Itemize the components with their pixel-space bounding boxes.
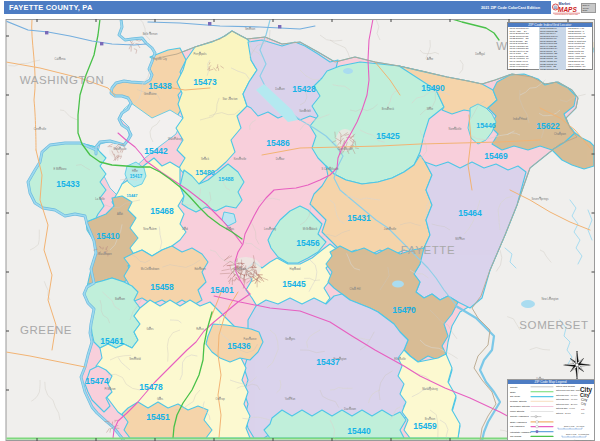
svg-text:15401: 15401 [210,285,234,295]
svg-text:15458: 15458 [150,282,174,292]
svg-text:State: State [510,391,516,394]
svg-text:15469: 15469 [484,151,508,161]
svg-text:City: City [581,408,586,410]
svg-text:Cities 2,500 - 9,999: Cities 2,500 - 9,999 [556,407,576,410]
svg-text:15425: 15425 [376,131,400,141]
svg-text:15440: 15440 [347,426,371,436]
svg-text:WASHINGTON: WASHINGTON [20,74,105,86]
svg-text:15456: 15456 [296,238,320,248]
svg-text:15486: 15486 [266,138,290,148]
svg-text:15446: 15446 [476,122,496,129]
svg-text:Scale 1 Inch = 3.1 Miles: Scale 1 Inch = 3.1 Miles [564,425,584,427]
svg-text:15480: 15480 [195,169,215,176]
svg-text:County Highways: County Highways [510,415,529,418]
svg-text:City: City [581,402,586,406]
svg-text:15451: 15451 [146,412,170,422]
svg-text:15410: 15410 [96,231,120,241]
svg-text:Cities 10,000 - 24,999: Cities 10,000 - 24,999 [556,403,578,406]
svg-text:Secondary Streets: Secondary Streets [510,405,530,408]
svg-text:15436: 15436 [227,341,251,351]
svg-text:County: County [510,386,518,389]
svg-text:Primary Streets: Primary Streets [510,400,527,403]
svg-text:15459: 15459 [413,421,437,431]
svg-text:15447: 15447 [126,193,138,198]
svg-text:Cities and Towns: Cities and Towns [556,385,576,388]
svg-text:Scale 1 Inch = 5 Kilometers: Scale 1 Inch = 5 Kilometers [566,433,589,435]
svg-text:15438: 15438 [148,81,172,91]
svg-text:15622: 15622 [536,121,560,131]
svg-text:City: City [581,412,584,414]
svg-text:ZIP Code: ZIP Code [510,395,521,398]
svg-text:15445: 15445 [282,279,306,289]
svg-text:FAYETTE: FAYETTE [401,244,455,256]
svg-text:Minor Streets: Minor Streets [510,410,525,413]
svg-text:Interstate Highways: Interstate Highways [510,431,532,434]
svg-text:15437: 15437 [316,357,340,367]
svg-text:15433: 15433 [56,179,80,189]
svg-text:15474: 15474 [85,376,109,386]
svg-text:GREENE: GREENE [20,324,72,336]
svg-text:Cities 50,000 - 99,999: Cities 50,000 - 99,999 [556,394,578,397]
svg-text:15470: 15470 [392,305,416,315]
svg-text:15464: 15464 [458,208,482,218]
svg-text:15428: 15428 [292,84,316,94]
svg-text:Cities 25,000 - 49,999: Cities 25,000 - 49,999 [556,398,578,401]
svg-text:15431: 15431 [347,213,371,223]
svg-text:America's source for maps & da: America's source for maps & data [554,13,578,15]
svg-text:15478: 15478 [139,382,163,392]
svg-text:15417: 15417 [130,174,143,179]
svg-text:15488: 15488 [218,176,233,182]
svg-text:15473: 15473 [193,77,217,87]
svg-text:State Highways: State Highways [510,421,527,424]
svg-text:US Highways: US Highways [510,425,525,428]
svg-text:15490: 15490 [421,83,445,93]
svg-text:15468: 15468 [150,206,174,216]
svg-text:SOMERSET: SOMERSET [519,319,588,331]
svg-text:15461: 15461 [100,336,124,346]
svg-text:Cities 100,000 and Above: Cities 100,000 and Above [556,389,582,392]
svg-text:Toll Roads: Toll Roads [510,435,522,438]
svg-text:15442: 15442 [144,146,168,156]
svg-text:MAPS: MAPS [558,6,577,13]
svg-text:Cities 1 - 2,499: Cities 1 - 2,499 [556,412,571,415]
